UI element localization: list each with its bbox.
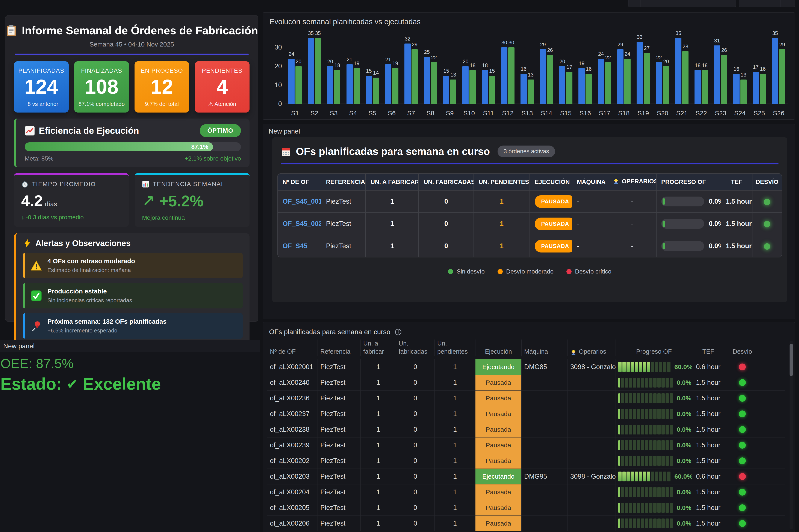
- deviation-dot: [739, 395, 746, 402]
- kpi-note: 9.7% del total: [136, 101, 188, 108]
- toolbar-search-box[interactable]: [640, 0, 708, 7]
- toolbar-button[interactable]: [708, 0, 720, 7]
- alert-subtitle: Sin incidencias críticas reportadas: [48, 297, 132, 304]
- cell-tef: 1.5 hour: [692, 437, 724, 453]
- panel-title[interactable]: New panel: [269, 128, 300, 135]
- of-link[interactable]: OF_S45_002: [283, 220, 321, 227]
- of-link[interactable]: OF_S45_001: [283, 197, 321, 205]
- report-divider: [15, 54, 249, 55]
- cell-referencia: PiezTest: [318, 484, 361, 500]
- cell-operarios: [568, 422, 616, 437]
- chart-title[interactable]: Evolucón semanal planificadas vs ejecuta…: [270, 17, 420, 26]
- oee-panel: New panel OEE: 87.5% Estado: ✔ Excelente: [0, 340, 260, 532]
- deviation-legend: Sin desvíoDesvío moderadoDesvío crítico: [277, 268, 782, 275]
- cell-a-fabricar: 1: [361, 453, 396, 469]
- cell-a-fabricar: 1: [361, 359, 396, 375]
- bar-ejecutadas: 24: [624, 59, 631, 104]
- progress-bar: [618, 487, 673, 497]
- vertical-scrollbar[interactable]: [789, 341, 793, 529]
- x-axis-label: S25: [753, 110, 765, 117]
- column-header: UN. A FABRICAR: [366, 174, 419, 191]
- chart-group-S9: 1513S9: [440, 36, 459, 104]
- ofs-table-header: OFs planificadas para semana en curso 3 …: [277, 146, 782, 157]
- chart-group-S22: 1818S22: [691, 36, 711, 104]
- kpi-note: 87.1% completado: [75, 101, 128, 108]
- kpi-value: 108: [75, 77, 128, 97]
- column-header: UN. PENDIENTES: [474, 174, 530, 191]
- bar-value-label: 35: [315, 30, 321, 36]
- cell-pendientes: 1: [435, 469, 475, 484]
- column-header: UN. FABRICADAS: [419, 174, 474, 191]
- check-square-icon: [31, 290, 42, 301]
- table-row: OF_S45_001PiezTest101PAUSADA--0.0%1.5 ho…: [278, 191, 782, 213]
- cell-tef: 1.5 hour: [692, 422, 724, 437]
- x-axis-label: S8: [426, 110, 434, 117]
- cell-a-fabricar: 1: [361, 375, 396, 390]
- progress-bar: [618, 424, 673, 435]
- chart-group-S21: 3528S21: [672, 36, 691, 104]
- cell-maquina: [522, 484, 568, 500]
- progress-value: 60.0%: [674, 363, 692, 370]
- cell-fabricadas: 0: [396, 422, 435, 437]
- cell-ejecucion: PAUSADA: [530, 235, 572, 257]
- cell-pendientes: 1: [474, 213, 530, 235]
- estado-line: Estado: ✔ Excelente: [0, 374, 161, 394]
- bar-ejecutadas: 27: [644, 53, 650, 104]
- estado-cell: Pausada: [475, 516, 521, 531]
- panel-title[interactable]: OFs planificadas para semana en curso: [269, 328, 391, 336]
- panel-title[interactable]: New panel: [3, 342, 35, 350]
- cell-a-fabricar: 1: [366, 191, 419, 213]
- cell-progreso: 0.0%: [616, 422, 692, 437]
- of-link[interactable]: OF_S45: [283, 242, 307, 250]
- toolbar-button[interactable]: [720, 0, 736, 7]
- column-header: Progreso OF: [616, 340, 692, 356]
- progress-bar: [661, 241, 704, 251]
- x-axis-label: S10: [464, 110, 475, 117]
- efficiency-progressbar: 87.1%: [25, 142, 241, 151]
- cell-of: of_aLX00202: [267, 453, 318, 469]
- bar-ejecutadas: 26: [547, 55, 553, 104]
- cell-of: of_aLX00206: [267, 516, 318, 531]
- cell-maquina: [522, 500, 568, 515]
- toolbar-button[interactable]: [781, 0, 795, 7]
- alerts-title: Alertas y Observaciones: [35, 239, 131, 248]
- bar-planificadas: 29: [617, 49, 623, 104]
- cell-tef: 1.5 hour: [721, 213, 753, 235]
- bar-planificadas: 17: [753, 72, 759, 104]
- cell-referencia: PiezTest: [318, 359, 361, 375]
- scrollbar-thumb[interactable]: [789, 344, 793, 376]
- cell-referencia: PiezTest: [321, 191, 366, 213]
- efficiency-percent: 87.1%: [192, 144, 208, 150]
- kpi-grid: PLANIFICADAS124+8 vs anteriorFINALIZADAS…: [14, 61, 250, 113]
- progress-value: 0.0%: [677, 504, 691, 511]
- x-axis-label: S4: [349, 110, 357, 117]
- y-axis-tick: 10: [267, 81, 282, 89]
- bar-chart-icon: [142, 180, 149, 188]
- report-title: Informe Semanal de Órdenes de Fabricació…: [22, 24, 258, 37]
- toolbar-button[interactable]: [629, 0, 640, 7]
- table-row: OF_S45_002PiezTest101PAUSADA--0.0%1.5 ho…: [278, 213, 782, 235]
- bar-value-label: 28: [683, 43, 688, 50]
- chart-group-S18: 2924S18: [614, 36, 634, 104]
- progress-value: 60.0%: [674, 473, 692, 480]
- kpi-card-planificadas: PLANIFICADAS124+8 vs anterior: [14, 61, 69, 113]
- toolbar-button[interactable]: [739, 0, 781, 7]
- table-row: of_aLX00204PiezTest101Pausada0.0%1.5 hou…: [267, 484, 785, 500]
- cell-tef: 0.6 hour: [692, 359, 724, 375]
- cell-maquina: -: [572, 191, 608, 213]
- cell-pendientes: 1: [435, 375, 475, 390]
- bar-ejecutadas: 26: [721, 55, 727, 104]
- cell-of: of_aLX00204: [267, 484, 318, 500]
- bar-planificadas: 20: [327, 66, 333, 104]
- cell-pendientes: 1: [435, 484, 475, 500]
- cell-pendientes: 1: [435, 406, 475, 422]
- bar-value-label: 20: [327, 58, 333, 64]
- ofs-detail-table-panel: OFs planificadas para semana en curso Nº…: [263, 322, 795, 532]
- info-icon[interactable]: [395, 328, 402, 336]
- cell-ejecucion: Pausada: [475, 500, 522, 515]
- progress-bar: [618, 378, 673, 387]
- column-header: Operarios: [568, 340, 616, 356]
- chart-group-S19: 3327S19: [634, 36, 653, 104]
- panel-title-bar[interactable]: New panel: [0, 340, 260, 353]
- bar-value-label: 18: [470, 62, 476, 69]
